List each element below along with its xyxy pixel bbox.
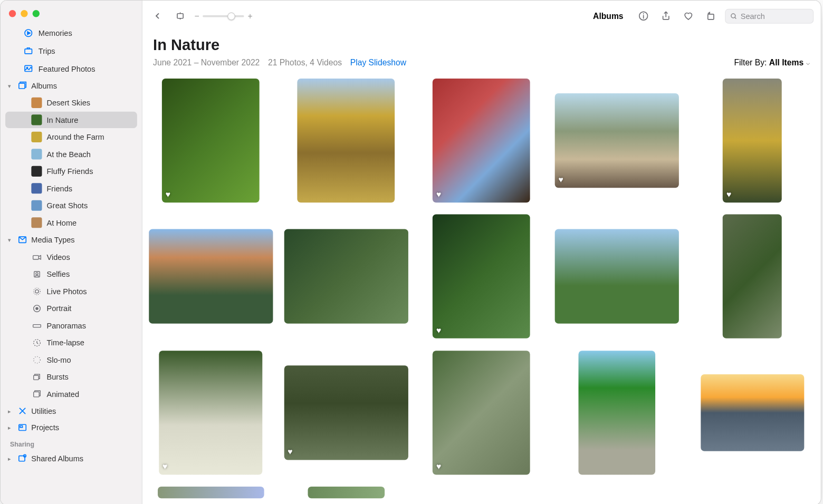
sidebar-group-shared-albums[interactable]: ▸ Shared Albums [1, 450, 142, 466]
sidebar-label: Animated [46, 390, 79, 399]
sidebar-item-memories[interactable]: Memories [5, 25, 137, 41]
sidebar-label: Selfies [46, 269, 70, 278]
sidebar-media-bursts[interactable]: Bursts [5, 369, 137, 385]
projects-icon [17, 422, 27, 433]
sidebar-media-live-photos[interactable]: Live Photos [5, 283, 137, 299]
sidebar-group-utilities[interactable]: ▸ Utilities [1, 403, 142, 419]
sidebar-album-great-shots[interactable]: Great Shots [5, 197, 137, 214]
sidebar-item-featured[interactable]: Featured Photos [5, 60, 137, 76]
favorite-icon: ♥ [559, 175, 563, 185]
bursts-icon [31, 371, 42, 382]
photo-cell[interactable] [723, 215, 782, 338]
sidebar-label: Live Photos [46, 287, 87, 296]
toolbar: − + Albums [142, 1, 821, 31]
videos-icon [31, 251, 42, 262]
photo-cell[interactable] [158, 487, 264, 498]
chevron-down-icon: ▾ [8, 237, 14, 243]
sidebar-media-slo-mo[interactable]: Slo-mo [5, 351, 137, 367]
photo-cell[interactable]: ♥ [162, 79, 260, 202]
sidebar-media-selfies[interactable]: Selfies [5, 266, 137, 282]
sidebar-label: Fluffy Friends [46, 167, 93, 176]
chevron-right-icon: ▸ [8, 424, 14, 431]
sidebar-label: Great Shots [46, 201, 88, 210]
sidebar-album-fluffy-friends[interactable]: Fluffy Friends [5, 163, 137, 179]
sidebar-label: Portrait [46, 304, 71, 313]
photo-cell[interactable] [149, 229, 273, 324]
chevron-down-icon: ▾ [8, 82, 14, 89]
aspect-button[interactable] [172, 8, 188, 24]
sidebar-album-desert-skies[interactable]: Desert Skies [5, 94, 137, 111]
photo-cell[interactable] [298, 79, 395, 202]
photo-cell[interactable]: ♥ [284, 365, 408, 460]
photo-thumbnail [149, 229, 273, 324]
slider-knob[interactable] [227, 12, 235, 20]
photo-cell[interactable]: ♥ [555, 93, 679, 188]
sidebar-label: At Home [46, 218, 76, 227]
photo-cell[interactable] [284, 229, 408, 324]
album-thumb [31, 149, 42, 159]
photo-cell[interactable]: ♥ [433, 351, 530, 474]
sidebar-media-time-lapse[interactable]: Time-lapse [5, 334, 137, 351]
sidebar-group-projects[interactable]: ▸ Projects [1, 419, 142, 435]
sidebar-album-in-nature[interactable]: In Nature [5, 112, 137, 128]
close-button[interactable] [9, 10, 16, 17]
sidebar-album-around-the-farm[interactable]: Around the Farm [5, 129, 137, 145]
memories-icon [23, 28, 34, 38]
play-slideshow-link[interactable]: Play Slideshow [350, 58, 406, 67]
sidebar-group-label: Albums [31, 81, 57, 90]
toolbar-view-label[interactable]: Albums [593, 11, 624, 21]
search-input[interactable] [741, 12, 808, 21]
rotate-button[interactable] [703, 8, 719, 24]
filter-dropdown[interactable]: Filter By: All Items ⌵ [734, 58, 810, 67]
svg-rect-3 [25, 65, 32, 71]
back-button[interactable] [149, 8, 166, 24]
sidebar-group-media-types[interactable]: ▾ Media Types [1, 231, 142, 248]
sidebar-album-at-home[interactable]: At Home [5, 215, 137, 231]
photo-cell[interactable] [701, 374, 804, 451]
photo-cell[interactable]: ♥ [159, 351, 262, 474]
tools-icon [17, 405, 27, 416]
svg-rect-23 [177, 14, 183, 18]
sidebar-label: Bursts [46, 372, 68, 381]
sidebar-label: At the Beach [46, 150, 90, 159]
favorite-icon: ♥ [166, 190, 170, 199]
share-button[interactable] [658, 8, 674, 24]
slo-mo-icon [31, 354, 42, 365]
sidebar-label: Time-lapse [46, 338, 84, 347]
sidebar-label: In Nature [46, 115, 78, 124]
slider-track[interactable] [203, 15, 244, 17]
favorite-button[interactable] [680, 8, 696, 24]
sidebar-album-at-the-beach[interactable]: At the Beach [5, 146, 137, 162]
sidebar-group-label: Shared Albums [31, 454, 83, 463]
photo-cell[interactable]: ♥ [433, 215, 530, 338]
minimize-button[interactable] [21, 10, 27, 17]
photo-thumbnail: ♥ [723, 79, 782, 202]
sidebar-media-animated[interactable]: Animated [5, 385, 137, 402]
sidebar-group-albums[interactable]: ▾ Albums [1, 77, 142, 94]
photo-thumbnail [158, 487, 264, 498]
sidebar-label: Memories [39, 28, 72, 37]
time-lapse-icon [31, 337, 42, 348]
sidebar-media-videos[interactable]: Videos [5, 249, 137, 265]
photo-thumbnail [298, 79, 395, 202]
photo-thumbnail [723, 215, 782, 338]
zoom-button[interactable] [33, 10, 40, 17]
search-field[interactable] [725, 8, 814, 23]
photo-cell[interactable]: ♥ [723, 79, 782, 202]
photo-cell[interactable] [308, 487, 385, 498]
photo-grid: ♥♥♥♥♥♥♥♥ [142, 72, 821, 504]
sidebar-group-label: Projects [31, 423, 59, 432]
info-button[interactable] [635, 8, 652, 24]
sidebar-album-friends[interactable]: Friends [5, 180, 137, 197]
panoramas-icon [31, 320, 42, 331]
sidebar-item-trips[interactable]: Trips [5, 43, 137, 59]
sidebar-media-portrait[interactable]: Portrait [5, 300, 137, 316]
photo-cell[interactable]: ♥ [433, 79, 530, 202]
zoom-slider[interactable]: − + [194, 11, 252, 21]
photo-cell[interactable] [555, 229, 679, 324]
sidebar-label: Featured Photos [39, 64, 95, 73]
sidebar-media-panoramas[interactable]: Panoramas [5, 317, 137, 333]
filter-label: Filter By: [734, 58, 767, 67]
photo-cell[interactable] [579, 351, 656, 474]
sidebar-label: Friends [46, 184, 72, 193]
